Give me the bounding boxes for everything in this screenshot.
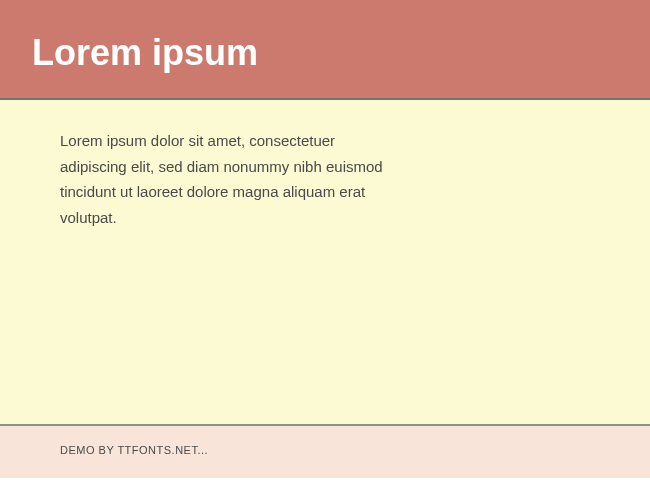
header-banner: Lorem ipsum	[0, 0, 650, 100]
footer-bar: DEMO BY TTFONTS.NET...	[0, 426, 650, 478]
page-title: Lorem ipsum	[32, 32, 618, 74]
body-paragraph: Lorem ipsum dolor sit amet, consectetuer…	[60, 128, 400, 230]
content-area: Lorem ipsum dolor sit amet, consectetuer…	[0, 100, 650, 426]
footer-attribution: DEMO BY TTFONTS.NET...	[60, 444, 590, 456]
